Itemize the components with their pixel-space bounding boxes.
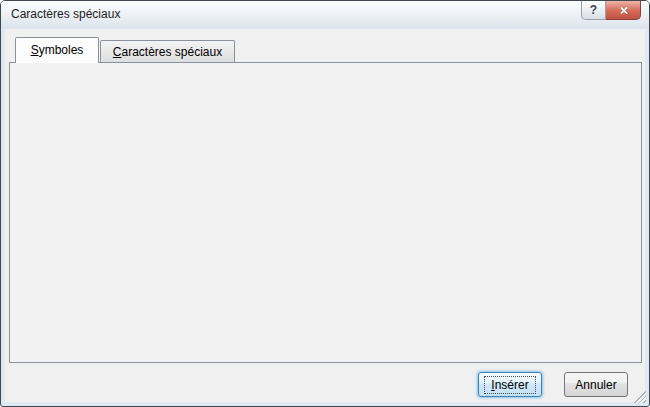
window-title: Caractères spéciaux xyxy=(11,7,120,21)
special-characters-dialog: Caractères spéciaux ? Symboles Caractère… xyxy=(0,0,650,407)
tab-caracteres-speciaux[interactable]: Caractères spéciaux xyxy=(100,40,235,63)
resize-grip[interactable] xyxy=(633,390,646,403)
titlebar: Caractères spéciaux ? xyxy=(1,1,649,29)
help-button[interactable]: ? xyxy=(581,1,606,20)
close-button[interactable] xyxy=(606,1,641,20)
close-icon xyxy=(618,5,629,16)
tab-page xyxy=(9,62,642,363)
tab-symboles[interactable]: Symboles xyxy=(15,37,99,63)
insert-button[interactable]: Insérer xyxy=(478,372,542,397)
help-icon: ? xyxy=(590,3,597,17)
tab-symboles-label: S xyxy=(31,43,39,57)
caption-buttons: ? xyxy=(581,1,641,20)
cancel-button[interactable]: Annuler xyxy=(564,372,628,397)
